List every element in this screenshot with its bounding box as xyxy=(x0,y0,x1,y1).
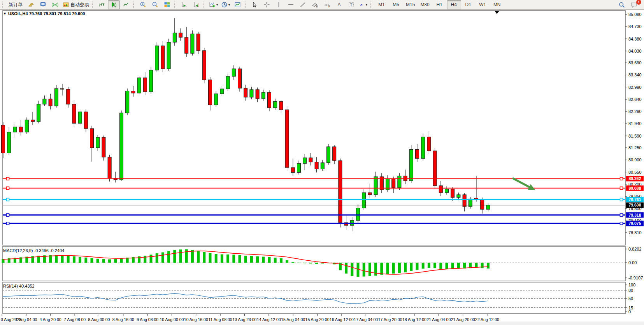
candle-down xyxy=(161,46,165,69)
zoom-in-button[interactable] xyxy=(137,0,149,9)
candle-down xyxy=(143,78,147,92)
chart-canvas[interactable]: 85.08084.73084.38084.03083.69083.34082.9… xyxy=(0,10,644,325)
price-axis-label: 82.990 xyxy=(628,85,642,90)
tab-timeframe-w1[interactable]: W1 xyxy=(476,0,490,9)
search-icon xyxy=(618,2,625,8)
search-button[interactable] xyxy=(616,0,628,9)
chevron-down-icon: ▾ xyxy=(216,3,218,7)
price-axis-label: 83.340 xyxy=(628,72,642,77)
time-axis-label: 14 Aug 12:00 xyxy=(257,317,281,322)
rsi-axis-label: 100 xyxy=(628,283,635,287)
template-button[interactable] xyxy=(232,0,244,9)
template-icon xyxy=(234,2,241,8)
cursor-tool-button[interactable] xyxy=(249,0,261,9)
time-axis-label: 22 Aug 12:00 xyxy=(475,317,499,322)
chart-dropdown-icon[interactable]: ▼ xyxy=(3,12,7,16)
candle-down xyxy=(185,37,188,53)
candle-up xyxy=(226,76,230,89)
tab-timeframe-h4[interactable]: H4 xyxy=(447,0,461,9)
tab-timeframe-h1[interactable]: H1 xyxy=(432,0,447,9)
tab-timeframe-m1[interactable]: M1 xyxy=(374,0,389,9)
price-axis-label: 82.290 xyxy=(628,109,642,114)
terminal-button[interactable] xyxy=(37,0,49,9)
price-axis-label: 84.730 xyxy=(628,24,642,29)
line-handle[interactable] xyxy=(7,198,9,201)
chart-shift-icon xyxy=(193,2,200,8)
candle-down xyxy=(268,92,271,108)
tile-windows-icon xyxy=(164,2,170,8)
candle-down xyxy=(256,90,259,99)
gold-bars-icon xyxy=(28,2,34,8)
bar-chart-mode-button[interactable] xyxy=(96,0,108,9)
auto-scroll-icon xyxy=(181,2,188,8)
candle-up xyxy=(43,99,46,104)
arrows-tool-button[interactable]: ▾ xyxy=(357,0,369,9)
vertical-line-tool-button[interactable] xyxy=(273,0,285,9)
time-axis-label: 18 Aug 12:00 xyxy=(402,317,426,322)
toolbar-grip[interactable] xyxy=(245,2,247,8)
tile-windows-button[interactable] xyxy=(161,0,173,9)
signals-button[interactable] xyxy=(49,0,61,9)
auto-trading-button[interactable]: 自动交易 xyxy=(61,0,91,9)
notifications-button[interactable]: 1 xyxy=(628,0,640,9)
label-tool-icon: T xyxy=(348,2,354,8)
chart-shift-button[interactable] xyxy=(190,0,202,9)
toolbar-grip[interactable] xyxy=(370,2,373,8)
candle-down xyxy=(439,185,442,193)
add-indicator-button[interactable]: ▾ xyxy=(207,0,219,9)
toolbar-grip[interactable] xyxy=(2,2,5,8)
candle-up xyxy=(167,42,170,69)
line-handle[interactable] xyxy=(620,222,623,225)
candlestick-mode-button[interactable] xyxy=(108,0,120,9)
candle-up xyxy=(13,127,17,132)
toolbar-grip[interactable] xyxy=(133,2,135,8)
candle-up xyxy=(25,120,28,132)
zoom-out-button[interactable] xyxy=(149,0,161,9)
tab-timeframe-mn[interactable]: MN xyxy=(490,0,504,9)
line-handle[interactable] xyxy=(620,214,623,216)
line-chart-mode-button[interactable] xyxy=(120,0,132,9)
candle-up xyxy=(421,137,425,158)
rsi-axis-label: 50 xyxy=(628,296,633,301)
candle-down xyxy=(197,34,200,51)
label-tool-button[interactable]: T xyxy=(345,0,357,9)
timeframe-menu-button[interactable]: ▾ xyxy=(219,0,232,9)
line-handle[interactable] xyxy=(7,222,9,225)
line-handle[interactable] xyxy=(620,187,623,189)
tab-timeframe-m30[interactable]: M30 xyxy=(418,0,432,9)
line-handle[interactable] xyxy=(7,187,9,189)
line-handle[interactable] xyxy=(7,214,9,216)
channel-tool-button[interactable]: E xyxy=(309,0,321,9)
toolbar-grip[interactable] xyxy=(204,2,206,8)
notification-badge: 1 xyxy=(636,0,641,5)
rsi-axis-label: 0 xyxy=(628,309,631,314)
vertical-line-icon xyxy=(275,2,282,8)
price-axis-label: 84.380 xyxy=(628,37,642,41)
tab-timeframe-m15[interactable]: M15 xyxy=(403,0,418,9)
line-handle[interactable] xyxy=(620,198,623,201)
deposit-button[interactable] xyxy=(25,0,37,9)
toolbar-grip[interactable] xyxy=(92,2,94,8)
line-handle[interactable] xyxy=(7,177,9,180)
crosshair-tool-button[interactable] xyxy=(261,0,273,9)
fibonacci-icon: F xyxy=(324,2,330,8)
tab-timeframe-m5[interactable]: M5 xyxy=(389,0,403,9)
candle-down xyxy=(179,33,182,37)
new-order-button[interactable]: 新订单 xyxy=(6,0,25,9)
candle-up xyxy=(445,189,449,193)
auto-scroll-button[interactable] xyxy=(178,0,190,9)
auto-trading-icon xyxy=(63,2,69,8)
line-handle[interactable] xyxy=(620,177,623,180)
text-tool-button[interactable]: A xyxy=(333,0,345,9)
add-indicator-icon xyxy=(209,2,216,8)
trendline-tool-button[interactable] xyxy=(297,0,309,9)
toolbar-grip[interactable] xyxy=(174,2,177,8)
chart-title-text: USOil-,H4 79.760 79.801 79.514 79.600 xyxy=(8,11,85,16)
candle-up xyxy=(137,78,141,93)
horizontal-line-tool-button[interactable] xyxy=(285,0,297,9)
candle-down xyxy=(132,91,135,93)
fibonacci-tool-button[interactable]: F xyxy=(321,0,333,9)
candle-down xyxy=(202,51,206,80)
tab-timeframe-d1[interactable]: D1 xyxy=(461,0,476,9)
rsi-indicator-label: RSI(14) 40.4352 xyxy=(3,284,35,288)
